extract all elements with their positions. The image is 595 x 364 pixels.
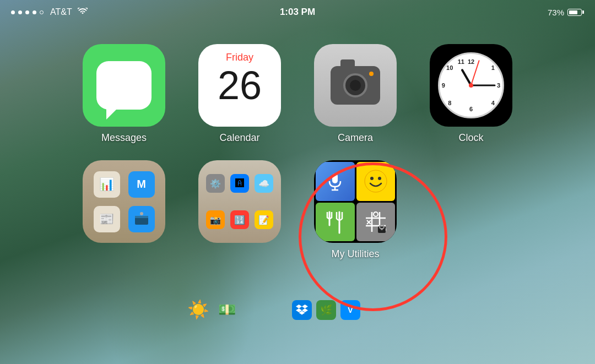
clock-label: Clock: [458, 132, 483, 144]
battery-icon: [567, 9, 584, 16]
folder2-bottom-extras: 🌿 V: [292, 300, 360, 320]
clock-icon-container: 12 1 3 4 6 8 9 10 11: [430, 44, 512, 127]
clock-num-11: 11: [458, 58, 464, 65]
app-calendar[interactable]: Friday 26 Calendar: [187, 44, 292, 144]
clock-minute-hand: [471, 85, 495, 86]
folder2-mini6: 📝: [255, 210, 273, 229]
svg-point-7: [370, 177, 374, 180]
carrier-label: AT&T: [50, 7, 72, 17]
svg-rect-3: [332, 173, 338, 183]
folder1-mini2: M: [128, 171, 155, 198]
utilities-icon: [314, 160, 397, 243]
clock-center-dot: [469, 83, 473, 88]
messages-label: Messages: [101, 132, 147, 144]
folder1-bottom-extras: ☀️ 💵: [187, 299, 236, 320]
signal-dot-2: [18, 10, 22, 14]
money-icon: 💵: [218, 301, 236, 318]
green-app-mini: 🌿: [316, 300, 336, 320]
svg-marker-22: [296, 305, 302, 308]
folder2-icon: ⚙️ 🅰 ☁️ 📸 🔢 📝: [198, 160, 281, 243]
folder2-mini2: 🅰: [230, 174, 249, 193]
folder1-mini4: [128, 206, 155, 232]
camera-icon: [314, 44, 397, 127]
svg-point-8: [378, 177, 381, 180]
folder2-mini3: ☁️: [255, 174, 273, 193]
svg-rect-1: [135, 216, 148, 218]
svg-point-2: [140, 212, 143, 215]
weather-icon: ☀️: [187, 299, 209, 320]
status-bar: AT&T 1:03 PM 73%: [0, 0, 595, 24]
calendar-day-num: 26: [218, 66, 262, 105]
folder2-mini4: 📸: [206, 210, 225, 229]
app-messages[interactable]: Messages: [72, 44, 176, 144]
clock-num-8: 8: [448, 100, 451, 106]
app-camera[interactable]: Camera: [303, 44, 408, 144]
battery-percentage: 73%: [548, 8, 564, 17]
clock-face: 12 1 3 4 6 8 9 10 11: [438, 52, 504, 118]
signal-dot-1: [11, 10, 15, 14]
app-folder1[interactable]: 📊 M 📰 folder: [72, 160, 176, 260]
venmo-mini: V: [340, 300, 360, 320]
calendar-day-name: Friday: [226, 52, 253, 63]
camera-body: [331, 66, 380, 105]
calendar-label: Calendar: [219, 132, 259, 144]
clock-num-10: 10: [446, 64, 453, 71]
clock-num-9: 9: [442, 82, 445, 89]
signal-dot-5: [40, 10, 44, 14]
signal-dot-4: [33, 10, 36, 14]
clock-num-3: 3: [497, 82, 500, 89]
util-smile-cell: [356, 162, 396, 201]
folder1-mini1: 📊: [94, 171, 120, 198]
svg-point-15: [374, 212, 378, 216]
camera-label: Camera: [338, 132, 373, 144]
util-fork-cell: [316, 203, 355, 242]
wifi-icon: [78, 8, 88, 17]
folder2-mini1: ⚙️: [206, 174, 225, 193]
signal-dot-3: [25, 10, 29, 14]
app-folder2[interactable]: ⚙️ 🅰 ☁️ 📸 🔢 📝 f2: [187, 160, 292, 260]
calendar-icon: Friday 26: [198, 44, 281, 127]
status-time: 1:03 PM: [280, 7, 315, 18]
camera-lens: [343, 73, 367, 97]
clock-num-4: 4: [491, 100, 495, 106]
messages-icon: [83, 44, 165, 127]
clock-num-1: 1: [491, 64, 495, 71]
util-mic-cell: [316, 162, 355, 201]
my-utilities-label: My Utilities: [331, 248, 379, 260]
app-my-utilities[interactable]: My Utilities: [303, 160, 408, 260]
camera-dot: [369, 72, 374, 76]
clock-num-12: 12: [468, 58, 474, 65]
svg-point-21: [381, 228, 383, 230]
folder1-icon: 📊 M 📰: [83, 160, 165, 243]
dropbox-mini: [292, 300, 312, 320]
clock-num-6: 6: [469, 106, 473, 112]
messages-bubble: [96, 61, 152, 110]
util-tictac-cell: [356, 203, 396, 242]
app-clock[interactable]: 12 1 3 4 6 8 9 10 11 Clock: [419, 44, 523, 144]
status-right: 73%: [548, 8, 584, 17]
status-left: AT&T: [11, 7, 88, 17]
svg-marker-23: [302, 305, 308, 308]
folder2-mini5: 🔢: [230, 210, 249, 229]
svg-point-6: [365, 170, 387, 192]
app-grid: Messages Friday 26 Calendar Camera 12 1: [0, 33, 595, 271]
folder1-mini3: 📰: [94, 206, 120, 232]
camera-lens-inner: [350, 80, 361, 91]
